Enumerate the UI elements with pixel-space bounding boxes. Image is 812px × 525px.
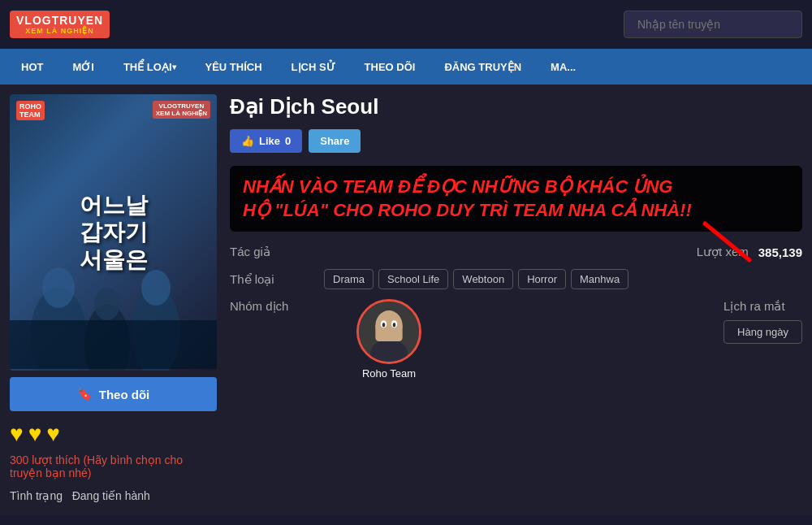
right-panel: Đại Dịch Seoul 👍 Like 0 Share NHẤN VÀO T…	[230, 94, 802, 505]
vlog-badge: VLOGTRUYENXEM LÀ NGHIỆN	[153, 101, 210, 119]
manga-title: Đại Dịch Seoul	[230, 94, 802, 119]
star-1: ♥	[10, 421, 24, 447]
translator-avatar	[356, 299, 421, 364]
svg-point-3	[141, 270, 171, 306]
tac-gia-block: Tác giả	[230, 245, 270, 259]
likes-count: 300	[10, 453, 28, 466]
like-button[interactable]: 👍 Like 0	[230, 129, 302, 153]
roho-badge: ROHOTEAM	[16, 101, 45, 120]
svg-rect-12	[375, 323, 402, 341]
lich-ra-mat-value: Hàng ngày	[723, 320, 802, 344]
share-button[interactable]: Share	[309, 129, 361, 153]
svg-point-15	[382, 323, 386, 328]
logo-box: VLOGTRUYEN XEM LÀ NGHIỆN	[10, 11, 110, 38]
svg-point-5	[94, 288, 120, 320]
tinh-trang-label: Tình trạng	[10, 489, 63, 502]
main-content: ROHOTEAM VLOGTRUYENXEM LÀ NGHIỆN 어느날갑자기서…	[0, 85, 812, 515]
like-count: 0	[285, 135, 291, 147]
nav-dang-truyen[interactable]: ĐĂNG TRUYỆN	[430, 49, 536, 85]
nhom-dich-lich-row: Nhóm dịch	[230, 299, 802, 380]
nav-theo-doi[interactable]: THEO DÕI	[350, 49, 430, 85]
status-info: Tình trạng Đang tiến hành	[10, 489, 217, 502]
share-label: Share	[320, 135, 349, 147]
tag-horror[interactable]: Horror	[518, 269, 566, 289]
promo-text-line1: NHẤN VÀO TEAM ĐỂ ĐỌC NHỮNG BỘ KHÁC ỦNG	[243, 176, 789, 199]
follow-label: Theo dõi	[99, 388, 150, 401]
search-input[interactable]	[624, 11, 802, 38]
nav-more[interactable]: MA...	[536, 49, 590, 85]
follow-button[interactable]: 🔖 Theo dõi	[10, 377, 217, 411]
promo-arrow-icon	[689, 215, 770, 272]
lich-ra-mat-block: Lịch ra mắt Hàng ngày	[723, 299, 802, 344]
nhom-dich-block: Nhóm dịch	[230, 299, 421, 380]
nav-the-loai[interactable]: THỂ LOẠI	[109, 49, 191, 85]
tinh-trang-value: Đang tiến hành	[72, 489, 150, 502]
nav-hot[interactable]: HOT	[6, 49, 58, 85]
thumbs-up-icon: 👍	[241, 135, 254, 147]
nhom-dich-label: Nhóm dịch	[230, 299, 343, 314]
main-nav: HOT MỚI THỂ LOẠI YÊU THÍCH LỊCH SỬ THEO …	[0, 49, 812, 85]
tag-drama[interactable]: Drama	[324, 269, 374, 289]
svg-point-16	[393, 323, 396, 328]
logo-main-text: VLOGTRUYEN	[16, 14, 103, 27]
cover-art	[10, 205, 217, 371]
cover-image: ROHOTEAM VLOGTRUYENXEM LÀ NGHIỆN 어느날갑자기서…	[10, 94, 217, 371]
translator-card[interactable]: Roho Team	[356, 299, 421, 380]
tag-manhwa[interactable]: Manhwa	[571, 269, 628, 289]
tags-container: Drama School Life Webtoon Horror Manhwa	[324, 269, 628, 289]
likes-info: 300 lượt thích (Hãy bình chọn cho truyện…	[10, 453, 217, 479]
star-3: ♥	[46, 421, 60, 447]
svg-line-7	[705, 223, 749, 260]
svg-point-1	[42, 267, 75, 308]
promo-banner[interactable]: NHẤN VÀO TEAM ĐỂ ĐỌC NHỮNG BỘ KHÁC ỦNG H…	[230, 166, 802, 232]
svg-rect-6	[10, 320, 217, 369]
star-2: ♥	[28, 421, 42, 447]
logo-sub-text: XEM LÀ NGHIỆN	[25, 27, 94, 35]
logo[interactable]: VLOGTRUYEN XEM LÀ NGHIỆN	[10, 11, 110, 38]
translator-name: Roho Team	[362, 367, 416, 380]
action-buttons: 👍 Like 0 Share	[230, 129, 802, 153]
header: VLOGTRUYEN XEM LÀ NGHIỆN	[0, 0, 812, 49]
bookmark-icon: 🔖	[77, 387, 93, 401]
nav-moi[interactable]: MỚI	[58, 49, 108, 85]
nav-lich-su[interactable]: LỊCH SỬ	[277, 49, 350, 85]
rating-stars[interactable]: ♥ ♥ ♥	[10, 421, 217, 447]
tac-gia-label: Tác giả	[230, 245, 270, 258]
lich-ra-mat-label: Lịch ra mắt	[723, 299, 802, 314]
tag-school-life[interactable]: School Life	[378, 269, 448, 289]
like-label: Like	[259, 135, 280, 147]
avatar-image	[359, 299, 419, 364]
tag-webtoon[interactable]: Webtoon	[453, 269, 513, 289]
nav-yeu-thich[interactable]: YÊU THÍCH	[191, 49, 277, 85]
likes-text: lượt thích	[32, 453, 80, 466]
the-loai-label: Thể loại	[230, 272, 311, 287]
left-panel: ROHOTEAM VLOGTRUYENXEM LÀ NGHIỆN 어느날갑자기서…	[10, 94, 217, 505]
